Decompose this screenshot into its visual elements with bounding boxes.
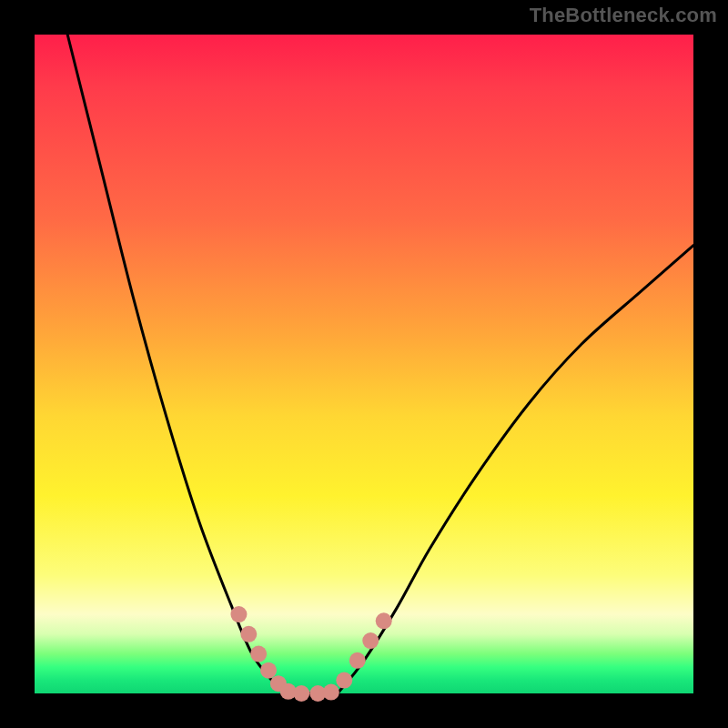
highlight-dot [250,646,267,662]
highlight-dot [349,652,366,669]
highlight-dot [323,684,339,701]
curve-overlay [35,35,693,693]
curve-left [67,35,285,693]
highlight-dot [293,685,309,702]
curve-right [338,246,693,693]
highlight-dot [362,632,379,649]
highlight-dot [336,672,352,689]
highlight-dot [240,626,257,642]
highlight-dot [230,606,247,622]
highlight-dot [260,662,277,679]
chart-frame: TheBottleneck.com [0,0,728,728]
highlight-dot [376,612,392,629]
attribution-text: TheBottleneck.com [530,4,717,27]
plot-area [35,35,693,693]
